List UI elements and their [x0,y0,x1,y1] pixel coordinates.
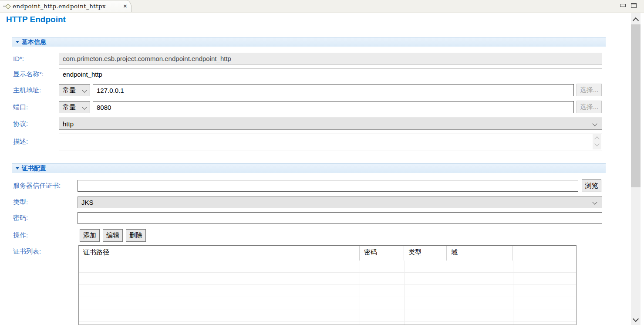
description-label: 描述: [13,133,28,150]
column-divider [447,261,447,325]
host-mode-combo[interactable]: 常量 [59,84,90,96]
section-cert-config-title: 证书配置 [22,165,46,173]
section-cert-config-header[interactable]: 证书配置 [12,163,606,173]
page-title: HTTP Endpoint [6,15,66,24]
id-field [59,53,602,64]
editor-window: endpoint_http.endpoint_httpx ✕ HTTP Endp… [0,0,644,325]
id-label: ID*: [13,53,24,64]
protocol-value: http [63,120,74,128]
chevron-down-icon [82,105,87,109]
column-header-password[interactable]: 密码 [360,246,404,261]
scroll-up-icon[interactable] [594,136,599,141]
trust-cert-field[interactable] [78,180,578,192]
cert-type-combo[interactable]: JKS [78,196,602,208]
port-mode-combo[interactable]: 常量 [59,101,90,113]
cert-password-field[interactable] [78,212,602,224]
column-divider [360,261,360,325]
scroll-down-icon[interactable] [594,141,599,146]
port-field[interactable] [93,101,574,113]
host-select-button: 选择... [577,84,602,96]
chevron-down-icon [592,121,597,126]
protocol-combo[interactable]: http [59,118,602,130]
cert-password-label: 密码: [13,212,28,224]
host-mode-value: 常量 [63,86,76,95]
cert-table-body[interactable] [79,261,576,325]
cert-table-header: 证书路径 密码 类型 域 [79,246,576,261]
minimize-view-icon[interactable] [620,4,626,7]
description-scrollbar[interactable] [593,134,601,149]
chevron-down-icon [592,200,597,204]
cert-type-label: 类型: [13,196,28,208]
cert-list-label: 证书列表: [13,245,41,257]
tab-title: endpoint_http.endpoint_httpx [13,3,122,10]
cert-type-value: JKS [81,199,94,206]
host-label: 主机地址: [13,84,41,96]
port-mode-value: 常量 [63,103,76,112]
column-header-domain[interactable]: 域 [447,246,513,261]
editor-tab-bar: endpoint_http.endpoint_httpx ✕ [0,0,644,13]
column-header-type[interactable]: 类型 [404,246,447,261]
column-header-empty[interactable] [513,246,576,261]
delete-button[interactable]: 删除 [126,229,146,242]
maximize-view-icon[interactable] [631,3,637,8]
cert-list-table[interactable]: 证书路径 密码 类型 域 [78,245,577,325]
port-label: 端口: [13,101,28,113]
browse-button[interactable]: 浏览 [582,179,601,192]
host-field[interactable] [93,84,574,96]
tab-close-icon[interactable]: ✕ [122,3,128,9]
collapse-triangle-icon [16,41,19,43]
display-name-label: 显示名称*: [13,68,44,80]
chevron-down-icon [82,88,87,92]
section-basic-info-header[interactable]: 基本信息 [12,37,606,47]
column-divider [513,261,513,325]
port-select-button: 选择... [577,101,602,113]
trust-cert-label: 服务器信任证书: [13,180,61,192]
column-header-cert-path[interactable]: 证书路径 [79,246,360,261]
tab-endpoint-http[interactable]: endpoint_http.endpoint_httpx ✕ [0,0,132,12]
scrollbar-thumb[interactable] [631,24,641,187]
collapse-triangle-icon [16,167,19,169]
operations-label: 操作: [13,229,28,242]
section-basic-info-title: 基本信息 [22,38,46,46]
endpoint-file-icon [3,3,10,9]
description-field[interactable] [59,133,602,150]
add-button[interactable]: 添加 [80,229,100,242]
protocol-label: 协议: [13,118,28,130]
display-name-field[interactable] [59,68,602,80]
column-divider [404,261,405,325]
edit-button[interactable]: 编辑 [103,229,123,242]
